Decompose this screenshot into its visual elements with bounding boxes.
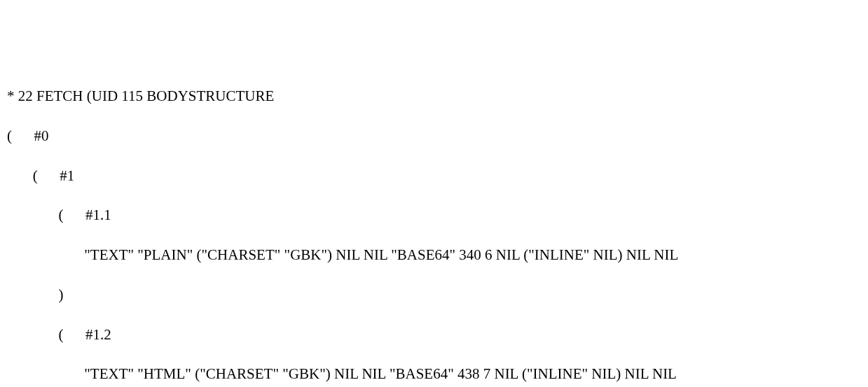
open-part-0: ( #0: [7, 126, 861, 146]
open-part-1-2: ( #1.2: [7, 325, 861, 344]
fetch-header: * 22 FETCH (UID 115 BODYSTRUCTURE: [7, 86, 861, 106]
part-1-2-body: "TEXT" "HTML" ("CHARSET" "GBK") NIL NIL …: [7, 364, 861, 384]
part-1-1-body: "TEXT" "PLAIN" ("CHARSET" "GBK") NIL NIL…: [7, 245, 861, 265]
open-part-1: ( #1: [7, 166, 861, 185]
open-part-1-1: ( #1.1: [7, 205, 861, 225]
close-part-1-1: ): [7, 285, 861, 304]
